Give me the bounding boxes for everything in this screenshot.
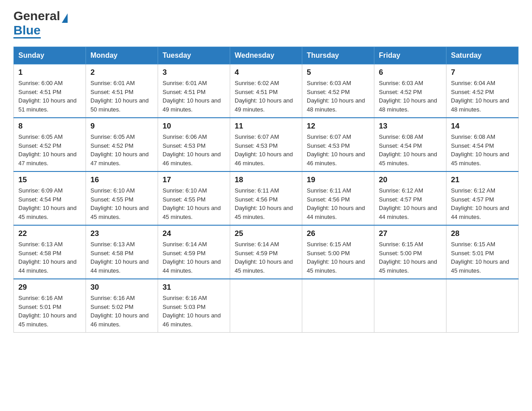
day-number: 21 [451,176,514,184]
calendar-cell: 12 Sunrise: 6:07 AMSunset: 4:53 PMDaylig… [302,118,374,171]
calendar-cell: 20 Sunrise: 6:12 AMSunset: 4:57 PMDaylig… [374,171,446,225]
day-info: Sunrise: 6:01 AMSunset: 4:51 PMDaylight:… [163,80,221,113]
calendar-week-4: 22 Sunrise: 6:13 AMSunset: 4:58 PMDaylig… [14,225,519,279]
column-header-monday: Monday [86,47,158,64]
day-number: 5 [307,68,369,77]
logo: General Blue [13,9,69,38]
calendar-cell [302,279,374,333]
day-number: 27 [379,229,442,238]
calendar-week-3: 15 Sunrise: 6:09 AMSunset: 4:54 PMDaylig… [14,171,519,225]
calendar-week-5: 29 Sunrise: 6:16 AMSunset: 5:01 PMDaylig… [14,279,519,333]
day-number: 12 [307,122,369,131]
day-info: Sunrise: 6:04 AMSunset: 4:52 PMDaylight:… [451,80,509,113]
day-number: 20 [379,176,442,184]
calendar-cell: 13 Sunrise: 6:08 AMSunset: 4:54 PMDaylig… [374,118,446,171]
day-info: Sunrise: 6:16 AMSunset: 5:03 PMDaylight:… [163,295,221,328]
calendar-cell: 17 Sunrise: 6:10 AMSunset: 4:55 PMDaylig… [158,171,230,225]
day-number: 15 [18,176,81,184]
day-info: Sunrise: 6:08 AMSunset: 4:54 PMDaylight:… [379,133,437,167]
calendar-cell: 7 Sunrise: 6:04 AMSunset: 4:52 PMDayligh… [446,64,519,118]
calendar-table: SundayMondayTuesdayWednesdayThursdayFrid… [13,47,519,333]
day-number: 28 [451,229,514,238]
day-number: 18 [235,176,297,184]
column-header-wednesday: Wednesday [230,47,302,64]
calendar-cell: 22 Sunrise: 6:13 AMSunset: 4:58 PMDaylig… [14,225,86,279]
calendar-cell: 25 Sunrise: 6:14 AMSunset: 4:59 PMDaylig… [230,225,302,279]
day-number: 25 [235,229,297,238]
day-info: Sunrise: 6:05 AMSunset: 4:52 PMDaylight:… [18,133,77,167]
calendar-cell: 2 Sunrise: 6:01 AMSunset: 4:51 PMDayligh… [86,64,158,118]
day-number: 26 [307,229,369,238]
calendar-cell: 11 Sunrise: 6:07 AMSunset: 4:53 PMDaylig… [230,118,302,171]
day-number: 9 [90,122,153,131]
calendar-week-1: 1 Sunrise: 6:00 AMSunset: 4:51 PMDayligh… [14,64,519,118]
day-number: 24 [163,229,225,238]
calendar-cell: 31 Sunrise: 6:16 AMSunset: 5:03 PMDaylig… [158,279,230,333]
logo-blue-text: Blue [13,23,41,39]
day-number: 14 [451,122,514,131]
calendar-week-2: 8 Sunrise: 6:05 AMSunset: 4:52 PMDayligh… [14,118,519,171]
day-info: Sunrise: 6:07 AMSunset: 4:53 PMDaylight:… [307,133,365,167]
day-info: Sunrise: 6:14 AMSunset: 4:59 PMDaylight:… [163,241,221,274]
calendar-cell: 24 Sunrise: 6:14 AMSunset: 4:59 PMDaylig… [158,225,230,279]
day-number: 13 [379,122,442,131]
day-info: Sunrise: 6:10 AMSunset: 4:55 PMDaylight:… [163,187,221,220]
calendar-cell [230,279,302,333]
day-info: Sunrise: 6:03 AMSunset: 4:52 PMDaylight:… [379,80,437,113]
day-number: 17 [163,176,225,184]
day-info: Sunrise: 6:09 AMSunset: 4:54 PMDaylight:… [18,187,77,220]
calendar-cell: 19 Sunrise: 6:11 AMSunset: 4:56 PMDaylig… [302,171,374,225]
calendar-cell: 28 Sunrise: 6:15 AMSunset: 5:01 PMDaylig… [446,225,519,279]
day-info: Sunrise: 6:06 AMSunset: 4:53 PMDaylight:… [163,133,221,167]
day-info: Sunrise: 6:07 AMSunset: 4:53 PMDaylight:… [235,133,293,167]
column-header-saturday: Saturday [446,47,519,64]
day-info: Sunrise: 6:03 AMSunset: 4:52 PMDaylight:… [307,80,365,113]
day-info: Sunrise: 6:12 AMSunset: 4:57 PMDaylight:… [379,187,437,220]
day-info: Sunrise: 6:02 AMSunset: 4:51 PMDaylight:… [235,80,293,113]
day-number: 2 [90,68,153,77]
day-info: Sunrise: 6:10 AMSunset: 4:55 PMDaylight:… [90,187,149,220]
calendar-cell: 23 Sunrise: 6:13 AMSunset: 4:58 PMDaylig… [86,225,158,279]
column-header-thursday: Thursday [302,47,374,64]
day-info: Sunrise: 6:15 AMSunset: 5:01 PMDaylight:… [451,241,509,274]
calendar-cell: 10 Sunrise: 6:06 AMSunset: 4:53 PMDaylig… [158,118,230,171]
calendar-cell: 6 Sunrise: 6:03 AMSunset: 4:52 PMDayligh… [374,64,446,118]
day-info: Sunrise: 6:16 AMSunset: 5:01 PMDaylight:… [18,295,77,328]
calendar-cell [374,279,446,333]
calendar-cell: 16 Sunrise: 6:10 AMSunset: 4:55 PMDaylig… [86,171,158,225]
day-info: Sunrise: 6:12 AMSunset: 4:57 PMDaylight:… [451,187,509,220]
day-info: Sunrise: 6:13 AMSunset: 4:58 PMDaylight:… [90,241,149,274]
calendar-cell: 30 Sunrise: 6:16 AMSunset: 5:02 PMDaylig… [86,279,158,333]
calendar-cell: 9 Sunrise: 6:05 AMSunset: 4:52 PMDayligh… [86,118,158,171]
calendar-cell: 26 Sunrise: 6:15 AMSunset: 5:00 PMDaylig… [302,225,374,279]
day-number: 10 [163,122,225,131]
day-info: Sunrise: 6:05 AMSunset: 4:52 PMDaylight:… [90,133,149,167]
calendar-cell: 8 Sunrise: 6:05 AMSunset: 4:52 PMDayligh… [14,118,86,171]
day-number: 30 [90,283,153,292]
calendar-cell: 1 Sunrise: 6:00 AMSunset: 4:51 PMDayligh… [14,64,86,118]
day-info: Sunrise: 6:08 AMSunset: 4:54 PMDaylight:… [451,133,509,167]
day-info: Sunrise: 6:13 AMSunset: 4:58 PMDaylight:… [18,241,77,274]
calendar-cell: 18 Sunrise: 6:11 AMSunset: 4:56 PMDaylig… [230,171,302,225]
calendar-cell: 4 Sunrise: 6:02 AMSunset: 4:51 PMDayligh… [230,64,302,118]
column-header-friday: Friday [374,47,446,64]
day-number: 6 [379,68,442,77]
day-number: 8 [18,122,81,131]
day-number: 16 [90,176,153,184]
calendar-cell: 5 Sunrise: 6:03 AMSunset: 4:52 PMDayligh… [302,64,374,118]
day-number: 11 [235,122,297,131]
day-info: Sunrise: 6:16 AMSunset: 5:02 PMDaylight:… [90,295,149,328]
column-header-tuesday: Tuesday [158,47,230,64]
calendar-cell: 14 Sunrise: 6:08 AMSunset: 4:54 PMDaylig… [446,118,519,171]
day-number: 23 [90,229,153,238]
day-number: 22 [18,229,81,238]
day-info: Sunrise: 6:15 AMSunset: 5:00 PMDaylight:… [307,241,365,274]
calendar-cell: 3 Sunrise: 6:01 AMSunset: 4:51 PMDayligh… [158,64,230,118]
day-number: 4 [235,68,297,77]
page-header: General Blue [13,9,519,38]
day-number: 7 [451,68,514,77]
calendar-cell: 29 Sunrise: 6:16 AMSunset: 5:01 PMDaylig… [14,279,86,333]
day-info: Sunrise: 6:00 AMSunset: 4:51 PMDaylight:… [18,80,77,113]
day-number: 19 [307,176,369,184]
day-info: Sunrise: 6:01 AMSunset: 4:51 PMDaylight:… [90,80,149,113]
